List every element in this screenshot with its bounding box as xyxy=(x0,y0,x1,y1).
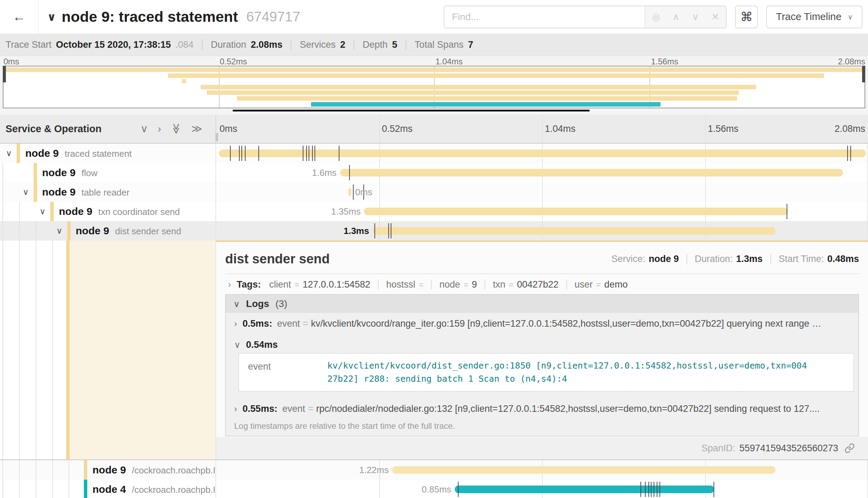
span-row-timeline[interactable] xyxy=(215,144,868,163)
trace-view-dropdown[interactable]: Trace Timeline ∨ xyxy=(766,6,862,28)
span-log-tick xyxy=(388,223,389,238)
minimap-span-bar[interactable] xyxy=(237,96,737,101)
locate-icon[interactable]: ◎ xyxy=(652,11,661,22)
span-row[interactable]: ∨node 9traced statement xyxy=(0,144,868,163)
span-row-name-column[interactable]: node 9/cockroach.roachpb.I... xyxy=(0,460,215,480)
minimap-scroll-indicator[interactable] xyxy=(233,110,590,111)
summary-item-label: Duration xyxy=(211,39,246,50)
span-log-tick xyxy=(657,482,657,497)
minimap-right-handle[interactable] xyxy=(862,66,865,82)
span-log-tick xyxy=(850,146,851,161)
expand-all-icon[interactable]: ≫ xyxy=(192,124,202,134)
divider xyxy=(687,254,687,264)
span-log-tick xyxy=(312,146,313,161)
log-entry-row[interactable]: ›0.55ms:event=rpc/nodedialer/nodedialer.… xyxy=(226,398,858,419)
divider xyxy=(291,40,291,50)
collapse-one-icon[interactable]: ∨ xyxy=(140,124,148,134)
minimap-span-bar[interactable] xyxy=(3,67,865,72)
span-row-timeline[interactable]: 1.22ms xyxy=(215,460,868,480)
span-row[interactable]: ∨node 9dist sender send1.3ms xyxy=(0,221,868,241)
trace-summary-bar: Trace StartOctober 15 2020, 17:38:15.084… xyxy=(0,34,868,56)
start-time-label: Start Time: xyxy=(779,254,824,264)
trace-id: 6749717 xyxy=(246,9,300,25)
log-entry-row[interactable]: ›0.5ms:event=kv/kvclient/kvcoord/range_i… xyxy=(226,313,858,334)
span-log-tick xyxy=(303,146,303,161)
span-log-tick xyxy=(458,482,459,497)
minimap-span-bar[interactable] xyxy=(201,85,756,89)
minimap-axis-tick: 2.08ms xyxy=(838,57,865,66)
span-service-name: node 9 xyxy=(92,464,126,476)
span-row-name-column[interactable]: ∨node 9txn coordinator send xyxy=(0,202,215,221)
span-log-tick xyxy=(374,223,375,238)
span-row-name-column[interactable]: ∨node 9table reader xyxy=(0,182,215,202)
span-operation-name: txn coordinator send xyxy=(98,207,180,217)
minimap-span-bar[interactable] xyxy=(311,102,661,107)
span-row-name-column[interactable]: node 4/cockroach.roachpb.I... xyxy=(0,480,215,498)
span-row[interactable]: node 4/cockroach.roachpb.I...0.85ms xyxy=(0,480,868,498)
keyboard-shortcuts-button[interactable]: ⌘ xyxy=(735,6,758,28)
logs-header[interactable]: ∨ Logs (3) xyxy=(226,295,858,313)
span-name: node 9/cockroach.roachpb.I... xyxy=(0,464,215,476)
minimap-span-bar[interactable] xyxy=(182,79,186,83)
service-label: Service: xyxy=(611,254,645,264)
span-bar[interactable] xyxy=(348,188,351,196)
span-bar[interactable] xyxy=(455,486,714,493)
duration-value: 1.3ms xyxy=(736,254,763,264)
span-bar[interactable] xyxy=(364,208,788,215)
span-log-tick xyxy=(309,146,309,161)
log-timestamp: 0.55ms: xyxy=(242,404,277,414)
span-operation-name: /cockroach.roachpb.I... xyxy=(132,485,215,495)
span-row-timeline[interactable]: 0ms xyxy=(215,182,868,202)
span-log-tick xyxy=(787,204,787,219)
ruler-tick-label: 1.56ms xyxy=(708,124,739,134)
divider xyxy=(770,254,771,264)
timeline-gridline xyxy=(542,182,543,202)
minimap-axis: 0ms0.52ms1.04ms1.56ms2.08ms xyxy=(3,56,865,66)
tag-value: 00427b22 xyxy=(517,279,559,290)
summary-item-value: October 15 2020, 17:38:15 xyxy=(56,39,171,50)
span-bar[interactable] xyxy=(219,150,866,157)
tag-key: client xyxy=(269,279,291,290)
span-row-timeline[interactable]: 1.3ms xyxy=(215,221,868,241)
tags-toggle-row[interactable]: › Tags: client=127.0.0.1:54582hostssl=no… xyxy=(225,274,859,294)
find-input[interactable] xyxy=(444,6,645,28)
minimap-canvas[interactable] xyxy=(3,66,865,108)
span-bar[interactable] xyxy=(392,466,776,474)
span-row[interactable]: ∨node 9txn coordinator send1.35ms xyxy=(0,202,868,221)
selected-span-highlight xyxy=(70,241,215,459)
tag-key: txn xyxy=(493,279,505,290)
logs-section: ∨ Logs (3) ›0.5ms:event=kv/kvclient/kvco… xyxy=(225,294,859,436)
span-row-name-column[interactable]: ∨node 9traced statement xyxy=(0,144,215,163)
span-row-name-column[interactable]: node 9flow xyxy=(0,163,215,182)
minimap-span-bar[interactable] xyxy=(168,73,824,78)
collapse-all-icon[interactable]: ≫ xyxy=(171,123,181,134)
column-resize-grip[interactable]: ∥ xyxy=(215,132,219,142)
prev-result-icon[interactable]: ∧ xyxy=(673,11,680,22)
trace-view-label: Trace Timeline xyxy=(776,11,841,22)
span-row-timeline[interactable]: 1.6ms xyxy=(215,163,868,182)
log-entry-row[interactable]: ∨0.54ms xyxy=(226,334,858,351)
log-timestamp: 0.54ms xyxy=(246,339,278,350)
span-detail-panel: dist sender send Service: node 9 Duratio… xyxy=(215,241,868,459)
span-row-timeline[interactable]: 1.35ms xyxy=(215,202,868,221)
trace-collapse-icon[interactable]: ∨ xyxy=(47,10,56,24)
span-row[interactable]: ∨node 9table reader0ms xyxy=(0,182,868,202)
span-row[interactable]: node 9/cockroach.roachpb.I...1.22ms xyxy=(0,460,868,480)
minimap-span-bar[interactable] xyxy=(207,90,739,95)
expand-one-icon[interactable]: › xyxy=(158,124,161,134)
command-icon: ⌘ xyxy=(740,10,753,24)
span-row-name-column[interactable]: ∨node 9dist sender send xyxy=(0,221,215,241)
link-icon[interactable] xyxy=(844,443,855,453)
span-row[interactable]: node 9flow1.6ms xyxy=(0,163,868,182)
clear-search-icon[interactable]: ✕ xyxy=(711,11,719,22)
next-result-icon[interactable]: ∨ xyxy=(692,11,699,22)
detail-header: dist sender send Service: node 9 Duratio… xyxy=(225,242,859,266)
span-bar[interactable] xyxy=(373,227,776,235)
minimap-left-handle[interactable] xyxy=(3,66,6,82)
span-row-timeline[interactable]: 0.85ms xyxy=(215,480,868,498)
span-service-name: node 9 xyxy=(42,186,76,198)
summary-item: Total Spans7 xyxy=(415,39,473,50)
span-id-label: SpanID: xyxy=(701,443,735,454)
span-bar[interactable] xyxy=(340,169,843,176)
back-button[interactable]: ← xyxy=(0,0,39,34)
